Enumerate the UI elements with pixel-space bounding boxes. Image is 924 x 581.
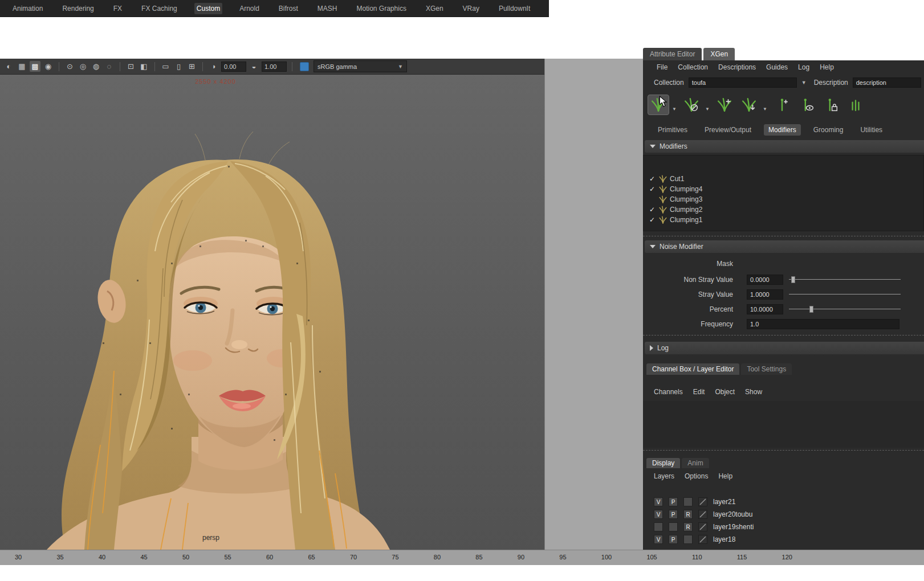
chevron-down-icon[interactable]: ▼ [801,80,809,85]
layer-visibility-toggle[interactable] [654,522,663,531]
shadows-icon[interactable]: ◎ [78,61,88,72]
tab-channel-box-layer-editor[interactable]: Channel Box / Layer Editor [646,363,739,375]
menu-object[interactable]: Object [715,388,735,396]
layer-playback-toggle[interactable]: P [669,497,678,506]
stray-value-field[interactable] [747,289,783,300]
frequency-field[interactable] [747,319,899,329]
menu-custom[interactable]: Custom [194,3,222,14]
modifier-row[interactable]: Clumping3 [644,194,923,204]
menu-pulldownit[interactable]: PulldownIt [496,3,532,14]
layer-mode-toggle[interactable] [683,535,693,544]
all-lights-icon[interactable]: ⊙ [64,61,75,72]
tab-display[interactable]: Display [646,458,680,468]
layer-name[interactable]: layer20toubu [713,510,752,518]
tab-primitives[interactable]: Primitives [653,124,692,136]
lock-guide-button[interactable] [820,95,842,115]
menu-fx[interactable]: FX [111,3,124,14]
xgen-menu-file[interactable]: File [657,63,667,71]
textured-display-icon[interactable]: ▦ [17,61,27,72]
layer-visibility-toggle[interactable]: V [654,535,663,544]
modifier-checkbox[interactable]: ✓ [648,216,656,224]
viewport-3d[interactable]: 2550 x 4200 persp [0,75,544,550]
layer-name[interactable]: layer21 [713,498,735,506]
layer-row[interactable]: V P layer21 [643,496,924,508]
layer-name[interactable]: layer18 [713,535,735,543]
film-gate-icon[interactable]: ▭ [160,61,171,72]
layer-color-swatch[interactable] [698,497,707,506]
menu-bifrost[interactable]: Bifrost [276,3,300,14]
gamma-field[interactable] [262,62,287,72]
tab-preview-output[interactable]: Preview/Output [700,124,756,136]
update-preview-button[interactable] [648,95,669,115]
sculpt-guide-button[interactable] [771,95,793,115]
tab-attribute-editor[interactable]: Attribute Editor [643,48,702,60]
modifier-row[interactable]: ✓ Cut1 [644,174,923,184]
menu-help[interactable]: Help [718,472,732,480]
non-stray-value-slider[interactable] [789,276,901,284]
noise-section-header[interactable]: Noise Modifier [645,240,924,253]
chevron-down-icon[interactable]: ▼ [672,99,678,112]
guide-visibility-button[interactable] [796,95,817,115]
tab-tool-settings[interactable]: Tool Settings [741,363,792,375]
resolution-gate-icon[interactable]: ▯ [173,61,184,72]
menu-mash[interactable]: MASH [315,3,340,14]
layer-playback-toggle[interactable] [669,522,678,531]
menu-fx-caching[interactable]: FX Caching [139,3,180,14]
menu-animation[interactable]: Animation [10,3,45,14]
xgen-menu-descriptions[interactable]: Descriptions [718,63,756,71]
layer-color-swatch[interactable] [698,522,707,531]
menu-rendering[interactable]: Rendering [60,3,96,14]
tab-xgen[interactable]: XGen [703,48,735,60]
menu-channels[interactable]: Channels [654,388,683,396]
modifiers-section-header[interactable]: Modifiers [645,140,924,153]
view-transform-dropdown[interactable]: sRGB gamma ▼ [314,60,407,72]
isolate-select-icon[interactable]: ⊡ [125,61,136,72]
layer-row[interactable]: R layer19shenti [643,521,924,533]
xgen-menu-help[interactable]: Help [820,63,834,71]
menu-layers[interactable]: Layers [654,472,674,480]
color-management-icon[interactable] [300,62,309,71]
modifier-row[interactable]: ✓ Clumping1 [644,215,923,225]
modifier-row[interactable]: ✓ Clumping4 [644,184,923,194]
modifier-checkbox[interactable]: ✓ [648,175,656,183]
tab-anim[interactable]: Anim [682,458,709,468]
menu-arnold[interactable]: Arnold [237,3,262,14]
xray-icon[interactable]: ◧ [139,61,149,72]
layer-playback-toggle[interactable]: P [669,535,678,544]
layer-row[interactable]: V P R layer20toubu [643,508,924,521]
shaded-display-icon[interactable]: ◐ [3,61,14,72]
xgen-menu-log[interactable]: Log [798,63,809,71]
menu-motion-graphics[interactable]: Motion Graphics [355,3,409,14]
layer-row[interactable]: V P layer18 [643,533,924,546]
log-section-header[interactable]: Log [645,342,924,354]
layer-visibility-toggle[interactable]: V [654,510,663,519]
gate-mask-icon[interactable]: ⊞ [186,61,197,72]
motion-blur-icon[interactable]: ◌ [104,61,115,72]
time-range-slider[interactable]: 30 35 40 45 50 55 60 65 70 75 80 85 90 9… [0,550,924,565]
slider-handle[interactable] [809,306,813,313]
menu-vray[interactable]: VRay [461,3,482,14]
default-lighting-icon[interactable]: ◉ [43,61,54,72]
layer-mode-toggle[interactable]: R [683,522,693,531]
add-guide-button[interactable] [714,95,735,115]
menu-options[interactable]: Options [685,472,708,480]
layer-playback-toggle[interactable]: P [669,510,678,519]
layer-color-swatch[interactable] [698,510,707,519]
menu-show[interactable]: Show [745,388,762,396]
move-guide-button[interactable] [738,95,760,115]
tab-utilities[interactable]: Utilities [856,124,887,136]
xgen-menu-collection[interactable]: Collection [678,63,708,71]
xgen-menu-guides[interactable]: Guides [766,63,788,71]
modifier-row[interactable]: ✓ Clumping2 [644,204,923,215]
modifier-checkbox[interactable]: ✓ [648,206,656,214]
tab-grooming[interactable]: Grooming [809,124,848,136]
percent-field[interactable] [747,304,783,314]
menu-edit[interactable]: Edit [693,388,705,396]
collection-field[interactable] [689,77,797,88]
exposure-field[interactable] [221,62,246,72]
tab-modifiers[interactable]: Modifiers [764,124,801,136]
layer-mode-toggle[interactable] [683,497,693,506]
gamma-icon[interactable]: ◒ [249,61,259,72]
layer-color-swatch[interactable] [698,535,707,544]
chevron-down-icon[interactable]: ▼ [705,99,711,112]
